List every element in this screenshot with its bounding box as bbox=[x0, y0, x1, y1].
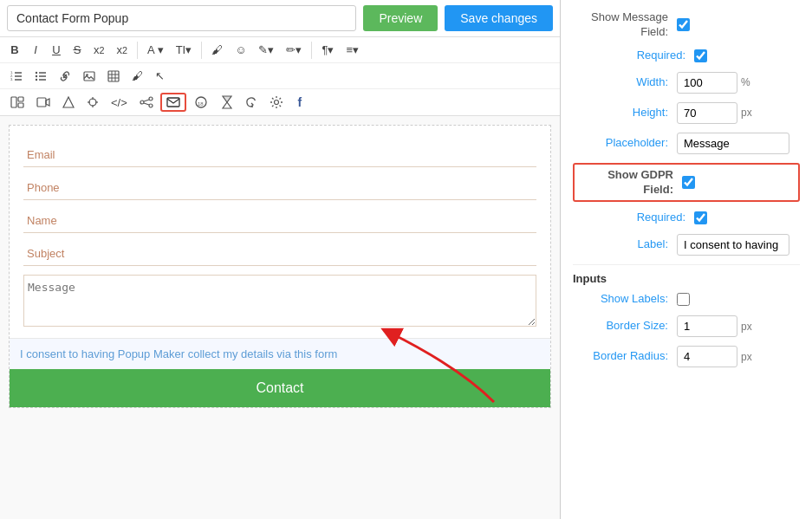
show-labels-checkbox[interactable] bbox=[677, 293, 690, 306]
drag-button[interactable] bbox=[81, 94, 104, 111]
code-button[interactable]: </> bbox=[106, 94, 133, 112]
superscript-button[interactable]: x2 bbox=[112, 41, 133, 59]
separator bbox=[137, 42, 138, 59]
shape-button[interactable] bbox=[57, 94, 80, 111]
video-button[interactable] bbox=[31, 94, 55, 111]
svg-rect-22 bbox=[37, 98, 46, 107]
italic-button[interactable]: I bbox=[26, 41, 45, 59]
header-bar: Preview Save changes bbox=[0, 0, 560, 37]
name-field-preview bbox=[23, 209, 536, 233]
subject-input-preview[interactable] bbox=[23, 242, 536, 266]
name-input-preview[interactable] bbox=[23, 209, 536, 233]
gdpr-label-row: Label: bbox=[573, 234, 800, 256]
email-input-preview[interactable] bbox=[23, 143, 536, 167]
svg-rect-19 bbox=[11, 97, 16, 107]
phone-input-preview[interactable] bbox=[23, 176, 536, 200]
svg-point-8 bbox=[36, 78, 37, 80]
link-button[interactable] bbox=[54, 68, 76, 85]
font-family-button[interactable]: A ▾ bbox=[142, 41, 169, 59]
ordered-list-button[interactable]: 1.2.3. bbox=[5, 68, 28, 85]
unordered-list-button[interactable] bbox=[29, 68, 52, 85]
show-gdpr-label: Show GDPR Field: bbox=[578, 168, 682, 198]
highlight-button[interactable]: ✏▾ bbox=[281, 41, 307, 59]
border-radius-label: Border Radius: bbox=[573, 349, 677, 364]
svg-text:18: 18 bbox=[198, 101, 204, 107]
required-label: Required: bbox=[590, 49, 694, 63]
svg-point-7 bbox=[36, 75, 37, 76]
svg-point-29 bbox=[149, 97, 153, 101]
placeholder-row: Placeholder: bbox=[573, 133, 800, 154]
show-message-label: Show Message Field: bbox=[573, 10, 677, 40]
gdpr-consent-link[interactable]: I consent to having Popup Maker collect … bbox=[20, 347, 337, 360]
toolbar-row3: </> 18 f bbox=[0, 89, 560, 116]
width-unit: % bbox=[741, 76, 750, 88]
email-widget-button[interactable] bbox=[160, 93, 186, 112]
title-input[interactable] bbox=[7, 5, 356, 31]
show-gdpr-highlight: Show GDPR Field: bbox=[573, 163, 800, 203]
submit-button[interactable]: Contact bbox=[10, 369, 550, 407]
inputs-section-header: Inputs bbox=[573, 264, 800, 285]
preview-button[interactable]: Preview bbox=[363, 5, 438, 31]
gdpr-required-label: Required: bbox=[590, 211, 694, 225]
svg-point-6 bbox=[36, 71, 37, 73]
svg-marker-23 bbox=[63, 97, 74, 107]
save-button[interactable]: Save changes bbox=[445, 5, 553, 31]
table-button[interactable] bbox=[102, 68, 125, 85]
show-message-checkbox[interactable] bbox=[677, 18, 690, 31]
facebook-button[interactable]: f bbox=[290, 93, 309, 112]
border-size-row: Border Size: px bbox=[573, 315, 800, 337]
gdpr-required-row: Required: bbox=[573, 211, 800, 225]
canvas-area: I consent to having Popup Maker collect … bbox=[0, 116, 560, 519]
show-gdpr-checkbox[interactable] bbox=[682, 176, 695, 189]
timer-button[interactable]: 18 bbox=[188, 94, 214, 111]
border-size-unit: px bbox=[741, 321, 752, 333]
height-row: Height: px bbox=[573, 102, 800, 124]
border-radius-row: Border Radius: px bbox=[573, 346, 800, 367]
svg-point-37 bbox=[274, 101, 278, 105]
font-size-button[interactable]: TI▾ bbox=[171, 41, 198, 59]
underline-button[interactable]: U bbox=[47, 41, 66, 59]
subscript-button[interactable]: x2 bbox=[88, 41, 110, 59]
placeholder-input[interactable] bbox=[677, 133, 789, 154]
image-button[interactable] bbox=[78, 68, 101, 85]
border-size-label: Border Size: bbox=[573, 319, 677, 334]
font-color-button[interactable]: 🖌 bbox=[206, 41, 228, 59]
gear-button[interactable] bbox=[264, 93, 289, 112]
gdpr-label-label: Label: bbox=[573, 237, 677, 252]
svg-rect-21 bbox=[18, 103, 23, 107]
share-button[interactable] bbox=[134, 94, 159, 111]
gdpr-label-input[interactable] bbox=[677, 234, 789, 256]
border-radius-input[interactable] bbox=[677, 346, 737, 367]
cursor-button[interactable]: ↖ bbox=[150, 67, 170, 85]
width-row: Width: % bbox=[573, 72, 800, 94]
show-labels-label: Show Labels: bbox=[573, 292, 677, 307]
width-input[interactable] bbox=[677, 72, 737, 94]
paragraph-button[interactable]: ¶▾ bbox=[316, 41, 339, 59]
gdpr-required-checkbox[interactable] bbox=[694, 211, 707, 224]
svg-line-33 bbox=[144, 103, 149, 105]
emoji-button[interactable]: ☺ bbox=[230, 41, 251, 59]
align-button[interactable]: ≡▾ bbox=[341, 41, 364, 59]
refresh-button[interactable] bbox=[240, 94, 263, 111]
message-textarea-preview[interactable] bbox=[23, 275, 536, 327]
message-field-preview bbox=[23, 275, 536, 329]
svg-rect-20 bbox=[18, 97, 23, 101]
svg-point-30 bbox=[149, 104, 153, 107]
hourglass-button[interactable] bbox=[216, 93, 238, 112]
brush-button[interactable]: 🖌 bbox=[127, 67, 148, 85]
show-message-row: Show Message Field: bbox=[573, 10, 800, 40]
toolbar-row1: B I U S x2 x2 A ▾ TI▾ 🖌 ☺ ✎▾ ✏▾ ¶▾ ≡▾ bbox=[0, 37, 560, 63]
bold-button[interactable]: B bbox=[5, 41, 24, 59]
toolbar-row2: 1.2.3. 🖌 ↖ bbox=[0, 63, 560, 89]
subject-field-preview bbox=[23, 242, 536, 266]
strikethrough-button[interactable]: S bbox=[68, 41, 87, 59]
layout-button[interactable] bbox=[5, 94, 29, 111]
width-label: Width: bbox=[573, 75, 677, 90]
border-size-input[interactable] bbox=[677, 315, 737, 337]
svg-text:3.: 3. bbox=[10, 77, 13, 81]
height-input[interactable] bbox=[677, 102, 737, 124]
svg-line-32 bbox=[144, 100, 149, 101]
settings-panel: Show Message Field: Required: Width: % H… bbox=[561, 0, 812, 519]
required-checkbox[interactable] bbox=[694, 49, 707, 62]
pen-color-button[interactable]: ✎▾ bbox=[253, 41, 279, 59]
